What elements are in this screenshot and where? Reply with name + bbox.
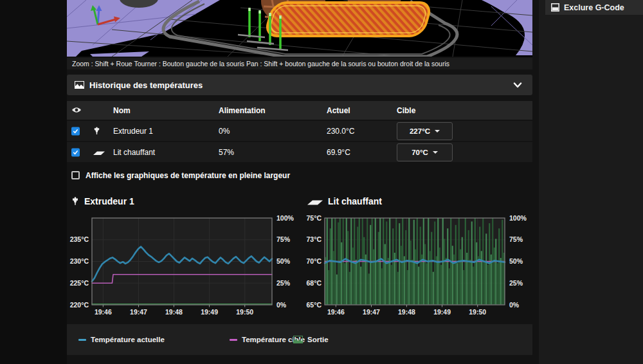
heater-power: 0% (219, 127, 230, 136)
bed-icon (93, 149, 105, 156)
heater-name: Lit chauffant (113, 148, 155, 157)
panel-title: Historique des températures (89, 80, 203, 90)
svg-text:73°C: 73°C (307, 235, 322, 243)
svg-text:19:50: 19:50 (469, 308, 486, 316)
bed-chart-title: Lit chauffant (307, 196, 382, 206)
heater-actual-temp: 230.0°C (327, 127, 355, 136)
svg-text:0%: 0% (276, 301, 287, 309)
svg-text:220°C: 220°C (70, 301, 89, 309)
chart-legend: Température actuelle Température cible S… (67, 324, 532, 355)
legend-label: Température actuelle (91, 336, 165, 343)
svg-text:50%: 50% (509, 257, 523, 265)
svg-text:225°C: 225°C (70, 279, 89, 287)
dropdown-caret-icon (435, 130, 440, 132)
extruder-visible-checkbox[interactable] (71, 127, 80, 135)
svg-text:25%: 25% (276, 279, 291, 287)
chevron-down-icon[interactable] (513, 82, 522, 88)
exclude-region-icon (551, 3, 559, 12)
temp-history-panel-header[interactable]: Historique des températures (67, 75, 532, 95)
svg-text:19:48: 19:48 (398, 308, 415, 316)
heater-name: Extrudeur 1 (113, 127, 153, 136)
actual-temp-line-swatch (78, 339, 86, 341)
column-header-target: Cible (397, 106, 415, 115)
svg-text:19:49: 19:49 (201, 308, 218, 316)
bed-target-dropdown[interactable]: 70°C (397, 143, 453, 161)
svg-text:75%: 75% (276, 235, 291, 243)
extruder-chart-title: Extrudeur 1 (71, 196, 134, 206)
svg-text:25%: 25% (509, 279, 523, 287)
svg-text:70°C: 70°C (307, 257, 322, 265)
svg-text:65°C: 65°C (307, 301, 322, 309)
svg-text:19:50: 19:50 (236, 308, 253, 316)
visibility-column-eye-icon (71, 106, 82, 115)
fullwidth-graphs-option: Affiche les graphiques de température en… (71, 170, 290, 181)
legend-label: Sortie (307, 336, 329, 343)
exclude-gcode-button[interactable]: Exclure G-Code (545, 0, 643, 15)
fullwidth-graphs-checkbox[interactable] (71, 171, 80, 179)
target-temp-line-swatch (230, 339, 237, 341)
svg-text:19:46: 19:46 (327, 308, 345, 316)
temp-table-header: Nom Alimentation Actuel Cible (67, 101, 532, 120)
fullwidth-graphs-label[interactable]: Affiche les graphiques de température en… (86, 171, 290, 180)
legend-item-actual[interactable]: Température actuelle (78, 336, 165, 343)
left-gutter (0, 0, 67, 364)
3d-scene (67, 0, 532, 57)
svg-text:100%: 100% (509, 214, 527, 222)
chart-title-text: Lit chauffant (328, 196, 382, 206)
svg-text:230°C: 230°C (70, 257, 89, 265)
printer-ui-root: Exclure G-Code (0, 0, 643, 364)
chart-title-text: Extrudeur 1 (84, 196, 134, 206)
exclude-gcode-label: Exclure G-Code (564, 3, 624, 12)
right-sidebar (539, 0, 643, 364)
target-temp-value: 70°C (412, 149, 428, 156)
extruder-temp-chart: 220°C225°C230°C235°C0%25%50%75%100%19:46… (67, 212, 296, 322)
target-temp-value: 227°C (410, 127, 430, 135)
heater-actual-temp: 69.9°C (327, 148, 350, 157)
print-object-slab (264, 3, 432, 36)
svg-text:0%: 0% (509, 301, 520, 309)
viewer-hint-text: Zoom : Shift + Roue Tourner : Bouton gau… (67, 58, 532, 69)
svg-text:68°C: 68°C (307, 279, 322, 287)
svg-text:75%: 75% (509, 235, 523, 243)
svg-text:19:48: 19:48 (165, 308, 183, 316)
bed-icon (307, 197, 323, 206)
svg-text:19:49: 19:49 (433, 308, 451, 316)
column-header-power: Alimentation (219, 106, 266, 115)
svg-text:100%: 100% (276, 214, 294, 222)
extruder-icon (71, 197, 80, 206)
extruder-target-dropdown[interactable]: 227°C (397, 122, 453, 140)
bed-temp-chart: 65°C68°C70°C73°C75°C0%25%50%75%100%19:46… (300, 212, 529, 322)
column-header-actual: Actuel (327, 106, 350, 115)
bed-visible-checkbox[interactable] (71, 148, 80, 156)
extruder-icon (93, 127, 101, 135)
area-chart-icon (75, 81, 84, 89)
svg-text:19:47: 19:47 (363, 308, 380, 316)
heater-power: 57% (219, 148, 234, 157)
table-row-extruder: Extrudeur 1 0% 230.0°C 227°C (67, 121, 532, 141)
output-area-icon (293, 336, 303, 343)
dropdown-caret-icon (433, 151, 438, 154)
svg-text:19:46: 19:46 (95, 308, 112, 316)
svg-text:75°C: 75°C (307, 214, 322, 222)
svg-text:19:47: 19:47 (130, 308, 147, 316)
svg-text:50%: 50% (276, 257, 291, 265)
legend-item-output[interactable]: Sortie (293, 336, 329, 343)
svg-text:235°C: 235°C (70, 235, 89, 243)
table-row-bed: Lit chauffant 57% 69.9°C 70°C (67, 142, 532, 162)
3d-viewer-canvas[interactable] (67, 0, 532, 57)
column-header-name: Nom (113, 106, 131, 115)
